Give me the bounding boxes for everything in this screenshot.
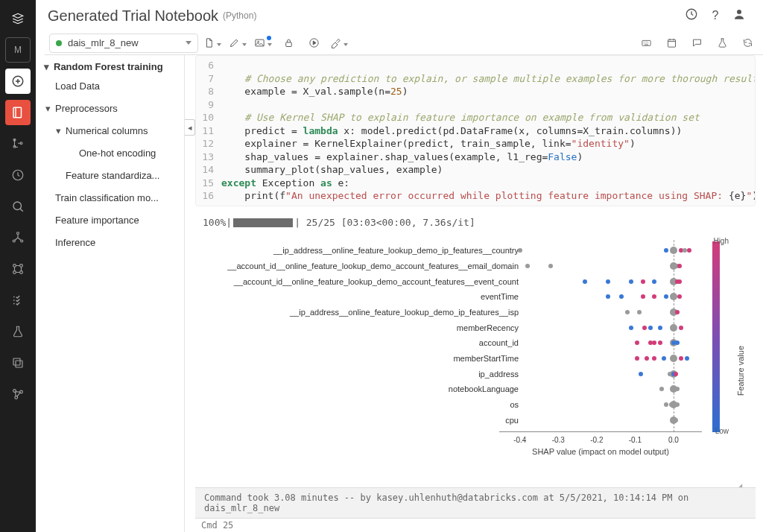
cluster-selector[interactable]: dais_mlr_8_new (49, 34, 198, 53)
rail-add-icon[interactable] (5, 69, 31, 94)
comments-icon[interactable] (686, 34, 708, 53)
svg-point-9 (13, 271, 16, 274)
rail-data-icon[interactable] (5, 225, 31, 250)
clear-icon[interactable] (328, 34, 350, 53)
image-icon[interactable] (252, 34, 274, 53)
page-title: Generated Trial Notebook (48, 7, 218, 25)
outline-load-data[interactable]: Load Data (36, 75, 184, 98)
rail-recents-icon[interactable] (5, 162, 31, 188)
svg-rect-1 (13, 107, 22, 118)
cluster-status-dot (56, 40, 62, 46)
svg-point-4 (17, 232, 19, 235)
outline-preprocessors[interactable]: ▾Preprocessors (36, 98, 184, 120)
outline-onehot[interactable]: One-hot encoding (36, 142, 184, 165)
run-icon[interactable] (303, 34, 325, 53)
svg-point-10 (20, 271, 23, 274)
svg-rect-20 (285, 42, 291, 47)
shap-summary-plot: High Low Feature value SHAP value (impac… (201, 234, 750, 457)
outline-train[interactable]: Train classification mo... (36, 187, 184, 209)
colorbar-label: Feature value (736, 346, 745, 396)
file-icon[interactable] (201, 34, 224, 53)
schedule-icon[interactable] (680, 7, 703, 24)
notebook-toolbar: dais_mlr_8_new (45, 31, 763, 55)
rail-clone-icon[interactable] (5, 350, 31, 376)
revision-icon[interactable] (736, 34, 759, 53)
svg-point-13 (13, 390, 16, 393)
outline-root[interactable]: ▾Random Forest training (36, 58, 184, 75)
outline-feature-std[interactable]: Feature standardiza... (36, 165, 184, 187)
progress-output: 100% | | 25/25 [03:03<00:00, 7.36s/it] (195, 206, 756, 229)
rail-m-icon[interactable]: M (5, 37, 31, 63)
rail-workflows-icon[interactable] (5, 256, 31, 282)
keyboard-icon[interactable] (635, 34, 657, 53)
outline-sidebar: ▾Random Forest training Load Data ▾Prepr… (36, 55, 185, 532)
rail-tasks-icon[interactable] (5, 288, 31, 313)
outline-numerical[interactable]: ▾Numerical columns (36, 120, 184, 142)
progress-pct: 100% (203, 217, 226, 228)
progress-bar-icon (233, 218, 293, 227)
x-axis-label: SHAP value (impact on model output) (499, 447, 702, 456)
page-language: (Python) (223, 10, 256, 21)
rail-notebook-icon[interactable] (5, 100, 31, 125)
experiment-icon[interactable] (711, 34, 733, 53)
colorbar (712, 241, 720, 432)
rail-experiments-icon[interactable] (5, 319, 31, 344)
title-bar: Generated Trial Notebook (Python) ? (36, 0, 763, 31)
colorbar-high: High (713, 237, 729, 245)
edit-icon[interactable] (227, 34, 249, 53)
cluster-name: dais_mlr_8_new (68, 37, 139, 48)
svg-rect-23 (668, 39, 675, 47)
svg-rect-12 (13, 358, 20, 365)
help-icon[interactable]: ? (703, 9, 727, 22)
svg-point-8 (20, 265, 23, 267)
cmd-hint: Cmd 25 (201, 519, 756, 532)
svg-rect-11 (16, 361, 22, 367)
left-rail: M (0, 0, 36, 532)
user-icon[interactable] (727, 7, 751, 24)
svg-point-3 (13, 202, 22, 210)
logo-icon[interactable] (5, 6, 31, 31)
cell-execution-footer: Command took 3.08 minutes -- by kasey.uh… (195, 487, 756, 519)
rail-repos-icon[interactable] (5, 131, 31, 156)
collapse-sidebar-handle[interactable]: ◂ (185, 119, 195, 136)
outline-inference[interactable]: Inference (36, 232, 184, 254)
svg-point-17 (737, 10, 741, 14)
rail-search-icon[interactable] (5, 194, 31, 219)
code-cell[interactable]: 6 7 # Choose any prediction to explain, … (195, 55, 756, 206)
calendar-icon[interactable] (660, 34, 683, 53)
outline-fi[interactable]: Feature importance (36, 209, 184, 232)
lock-icon[interactable] (277, 34, 300, 53)
main-content: 6 7 # Choose any prediction to explain, … (195, 55, 756, 532)
svg-point-7 (13, 265, 16, 267)
progress-text: | (226, 217, 232, 228)
exec-info: Command took 3.08 minutes -- by kasey.uh… (204, 493, 688, 513)
progress-details: | 25/25 [03:03<00:00, 7.36s/it] (294, 217, 475, 228)
rail-cluster-icon[interactable] (5, 381, 31, 407)
colorbar-low: Low (715, 427, 729, 435)
